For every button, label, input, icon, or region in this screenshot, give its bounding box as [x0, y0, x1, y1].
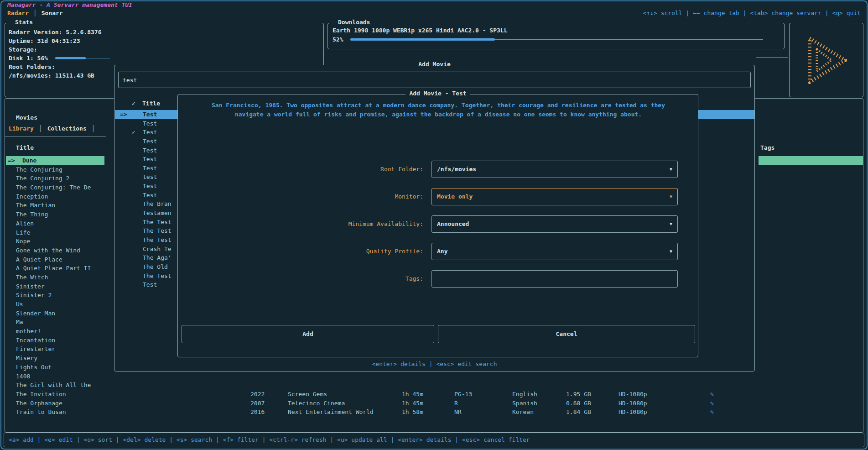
movie-title: Slender Man: [16, 310, 55, 317]
movie-title: Gone with the Wind: [16, 247, 80, 254]
movie-list-item[interactable]: Us: [6, 300, 104, 309]
radarr-version: Radarr Version: 5.2.6.8376: [9, 28, 320, 37]
movie-list-item[interactable]: mother!: [6, 327, 104, 336]
movie-title: Ma: [16, 319, 23, 325]
edit-icon: ✎: [710, 390, 714, 399]
movie-list-item[interactable]: A Quiet Place Part II: [6, 264, 104, 273]
movie-title: Life: [16, 229, 30, 236]
movie-title: The Conjuring 2: [16, 175, 69, 182]
movie-title: Alien: [16, 220, 34, 227]
movie-list-item[interactable]: Nope: [6, 237, 104, 246]
add-button[interactable]: Add: [182, 325, 434, 343]
movie-list-item[interactable]: Alien: [6, 219, 104, 228]
movie-year: 2007: [250, 399, 265, 408]
movie-runtime: 1h 45m: [402, 390, 423, 399]
movie-details-row[interactable]: 2016 Next Entertainment World 1h 58m NR …: [5, 408, 863, 417]
add-movie-popup-title: Add Movie: [415, 61, 454, 68]
result-title: The Bran: [143, 200, 172, 207]
movie-title: The Conjuring: The De: [16, 184, 91, 191]
movie-list-item[interactable]: Ma: [6, 318, 104, 327]
movie-list-item[interactable]: Lights Out: [6, 363, 104, 372]
storage-label: Storage:: [9, 45, 320, 54]
selection-marker: =>: [8, 156, 15, 165]
movie-title: Sinister 2: [16, 292, 52, 298]
field-dropdown[interactable]: Movie only ▼: [431, 188, 678, 205]
movie-list-item[interactable]: Sinister: [6, 282, 104, 291]
movie-list-item[interactable]: Gone with the Wind: [6, 246, 104, 255]
movie-list-item[interactable]: The Conjuring: The De: [6, 183, 104, 192]
movie-list-item[interactable]: The Girl with All the: [6, 381, 104, 390]
movie-title: Nope: [16, 238, 30, 245]
bottom-hints: <a> add | <e> edit | <o> sort | <del> de…: [4, 433, 864, 447]
field-dropdown[interactable]: /nfs/movies ▼: [431, 161, 678, 178]
movie-search-input[interactable]: [118, 72, 751, 88]
managarr-app: { "app": { "title": "Managarr - A Servar…: [0, 0, 868, 450]
movie-title: Lights Out: [16, 364, 52, 371]
movie-runtime: 1h 45m: [402, 399, 423, 408]
title-column-header: Title: [16, 144, 34, 151]
logo-panel: [789, 23, 863, 97]
movie-title: Us: [16, 301, 23, 308]
field-dropdown[interactable]: Any ▼: [431, 243, 678, 260]
movie-list-item[interactable]: Misery: [6, 354, 104, 363]
result-title: test: [143, 173, 157, 180]
edit-icon: ✎: [710, 399, 714, 408]
result-title: The Test: [143, 236, 172, 243]
field-label: Monitor:: [182, 188, 423, 205]
movie-list-item[interactable]: Inception: [6, 192, 104, 201]
tab-radarr[interactable]: Radarr: [7, 10, 29, 16]
movie-list-item[interactable]: The Conjuring: [6, 165, 104, 174]
movie-list-item[interactable]: Sinister 2: [6, 291, 104, 300]
disk-usage-label: Disk 1: 56%: [9, 55, 48, 62]
download-item-title: Earth 1998 1080p WEBRip x265 Hindi AAC2.…: [333, 26, 780, 35]
movie-list-item[interactable]: 1408: [6, 372, 104, 381]
field-label: Quality Profile:: [182, 243, 423, 260]
tab-separator: │: [33, 10, 37, 16]
tabs-underline: [5, 136, 106, 136]
movie-title: A Quiet Place: [16, 256, 62, 263]
movie-list-item[interactable]: The Thing: [6, 210, 104, 219]
movie-language: Spanish: [512, 399, 537, 408]
tab-separator: │: [39, 125, 42, 132]
tab-collections[interactable]: Collections: [47, 125, 87, 132]
tags-column-header: Tags: [760, 144, 774, 151]
movie-list-item[interactable]: The Martian: [6, 201, 104, 210]
movie-size: 1.84 GB: [566, 408, 591, 417]
form-row: Monitor: Movie only ▼: [182, 188, 695, 205]
movie-studio: Next Entertainment World: [288, 408, 374, 417]
movie-list-item[interactable]: The Conjuring 2: [6, 174, 104, 183]
top-hints: <↑↓> scroll | ←→ change tab | <tab> chan…: [643, 10, 861, 16]
movie-list-item[interactable]: The Witch: [6, 273, 104, 282]
movie-title: mother!: [16, 328, 41, 335]
movies-section-title: Movies: [16, 114, 37, 121]
field-dropdown[interactable]: [431, 270, 678, 288]
add-movie-modal-title: Add Movie - Test: [405, 90, 470, 97]
tab-separator: │: [92, 125, 95, 132]
result-title: Test: [143, 183, 157, 189]
movie-list-item[interactable]: A Quiet Place: [6, 255, 104, 264]
movie-studio: Screen Gems: [288, 390, 327, 399]
movie-list: => Dune The Conjuring The Conjuring 2 Th…: [6, 156, 104, 417]
movie-studio: Telecinco Cinema: [288, 399, 345, 408]
movie-language: English: [512, 390, 537, 399]
result-title: Test: [143, 156, 157, 162]
field-dropdown[interactable]: Announced ▼: [431, 215, 678, 233]
movie-list-item[interactable]: Life: [6, 228, 104, 237]
movie-details-row[interactable]: 2007 Telecinco Cinema 1h 45m R Spanish 0…: [5, 399, 863, 408]
movie-rating: PG-13: [454, 390, 472, 399]
movie-list-item[interactable]: Firestarter: [6, 345, 104, 354]
tab-library[interactable]: Library: [9, 125, 34, 132]
field-label: Minimum Availability:: [182, 215, 423, 233]
field-value: Announced: [437, 220, 469, 227]
result-title: The Test: [143, 227, 172, 234]
tab-sonarr[interactable]: Sonarr: [42, 10, 63, 16]
movie-details-row[interactable]: 2022 Screen Gems 1h 45m PG-13 English 1.…: [5, 390, 863, 399]
results-check-column-header: ✓: [132, 100, 135, 107]
movie-list-item[interactable]: Incantation: [6, 336, 104, 345]
result-title: Test: [143, 147, 157, 154]
result-title: Test: [143, 120, 157, 127]
movie-list-item[interactable]: => Dune: [6, 156, 104, 165]
movie-list-item[interactable]: Slender Man: [6, 309, 104, 318]
cancel-button[interactable]: Cancel: [438, 325, 695, 343]
field-value: Any: [437, 248, 447, 255]
